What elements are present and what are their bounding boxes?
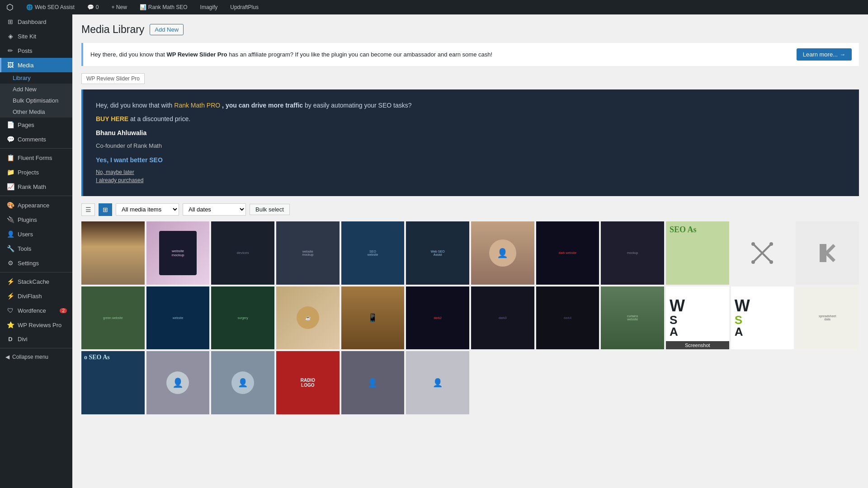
media-item-wsa-logo-green[interactable]: W S A — [731, 286, 794, 350]
media-item[interactable]: devices — [211, 221, 274, 285]
media-item[interactable]: dark3 — [471, 286, 534, 350]
buy-here-link[interactable]: BUY HERE — [96, 115, 128, 122]
sidebar-item-pages[interactable]: 📄 Pages — [0, 117, 72, 132]
media-item[interactable]: SEOwebsite — [341, 221, 405, 285]
media-item[interactable]: website — [146, 286, 210, 350]
notice-tab[interactable]: WP Review Slider Pro — [81, 73, 145, 84]
media-item[interactable]: 👤 — [146, 351, 210, 414]
diviflash-icon: ⚡ — [7, 292, 14, 300]
media-item[interactable]: 📱 — [341, 286, 405, 350]
stackcache-icon: ⚡ — [7, 278, 14, 285]
wp-logo[interactable]: ⬡ — [4, 0, 16, 14]
rankmath-pro-link[interactable]: Rank Math PRO — [174, 102, 220, 109]
media-item[interactable]: 👤 — [341, 351, 405, 414]
media-item[interactable]: spreadsheetdata — [796, 286, 859, 350]
media-item[interactable] — [81, 221, 145, 285]
collapse-menu-button[interactable]: ◀ Collapse menu — [0, 350, 72, 364]
sidebar-item-comments[interactable]: 💬 Comments — [0, 132, 72, 146]
promo-author-title: Co-founder of Rank Math — [96, 141, 846, 151]
media-item[interactable]: websitemockup — [276, 221, 340, 285]
view-list-button[interactable]: ☰ — [81, 203, 95, 216]
media-item[interactable]: RADIOLOGO — [276, 351, 340, 414]
media-item[interactable]: curtainswebsite — [601, 286, 664, 350]
sidebar-item-media[interactable]: 🖼 Media — [0, 58, 72, 72]
adminbar-site[interactable]: 🌐 Web SEO Assist — [24, 2, 77, 12]
sidebar-label-bulk-opt: Bulk Optimisation — [13, 97, 58, 104]
wp-review-notice: Hey there, did you know that WP Review S… — [81, 43, 859, 66]
media-item[interactable]: Web SEOAssist — [406, 221, 469, 285]
dashboard-icon: ⊞ — [7, 18, 14, 25]
sidebar-item-stackcache[interactable]: ⚡ StackCache — [0, 274, 72, 289]
comment-icon: 💬 — [87, 4, 94, 10]
view-grid-button[interactable]: ⊞ — [99, 203, 112, 216]
adminbar-new[interactable]: + New — [109, 2, 130, 12]
media-item[interactable]: mockup — [601, 221, 664, 285]
sidebar-label-comments: Comments — [18, 136, 46, 143]
media-item[interactable] — [731, 221, 794, 285]
sidebar-item-divi[interactable]: D Divi — [0, 332, 72, 346]
site-icon: 🌐 — [26, 4, 33, 10]
media-item[interactable] — [796, 221, 859, 285]
sidebar-item-posts[interactable]: ✏ Posts — [0, 43, 72, 58]
sidebar-item-wp-reviews-pro[interactable]: ⭐ WP Reviews Pro — [0, 318, 72, 332]
sidebar-item-fluent-forms[interactable]: 📋 Fluent Forms — [0, 150, 72, 165]
sidebar-item-appearance[interactable]: 🎨 Appearance — [0, 198, 72, 212]
sidebar-item-diviflash[interactable]: ⚡ DiviFlash — [0, 289, 72, 303]
main-content: Media Library Add New Hey there, did you… — [72, 14, 868, 488]
sidebar-label-settings: Settings — [18, 260, 39, 267]
sidebar-item-addnew-media[interactable]: Add New — [0, 84, 72, 95]
bulk-select-button[interactable]: Bulk select — [250, 204, 290, 215]
already-purchased-link[interactable]: I already purchased — [96, 177, 846, 183]
adminbar-rankmath[interactable]: 📊 Rank Math SEO — [137, 2, 190, 12]
sidebar-item-projects[interactable]: 📁 Projects — [0, 165, 72, 179]
media-item[interactable]: ☕ — [276, 286, 340, 350]
media-item[interactable]: SEO As — [666, 221, 729, 285]
media-item[interactable]: dark4 — [536, 286, 599, 350]
add-new-button[interactable]: Add New — [150, 24, 184, 35]
media-item[interactable]: websitemockup — [146, 221, 210, 285]
rank-math-icon: 📈 — [7, 183, 14, 190]
media-item-wsa-logo-dark[interactable]: W S A Screenshot — [666, 286, 729, 350]
sidebar-item-settings[interactable]: ⚙ Settings — [0, 256, 72, 270]
page-title: Media Library — [81, 23, 144, 36]
media-item[interactable]: o SEO As — [81, 351, 145, 414]
date-filter-select[interactable]: All dates January 2024 December 2023 — [183, 203, 246, 216]
adminbar-site-name: Web SEO Assist — [35, 4, 75, 10]
sidebar-item-bulk-opt[interactable]: Bulk Optimisation — [0, 95, 72, 106]
sidebar-item-wordfence[interactable]: 🛡 Wordfence 2 — [0, 303, 72, 318]
comments-icon: 💬 — [7, 136, 14, 143]
media-item[interactable]: dark website — [536, 221, 599, 285]
sidebar-item-other-media[interactable]: Other Media — [0, 106, 72, 117]
media-item[interactable]: 👤 — [406, 351, 469, 414]
plugins-icon: 🔌 — [7, 216, 14, 223]
promo-intro-text: Hey, did you know that with Rank Math PR… — [96, 100, 846, 110]
sidebar-label-wordfence: Wordfence — [18, 307, 46, 314]
list-view-icon: ☰ — [85, 206, 91, 213]
learn-more-button[interactable]: Learn more... → — [797, 48, 852, 61]
media-filter-select[interactable]: All media items Images Audio Video Docum… — [116, 203, 179, 216]
adminbar-comments[interactable]: 💬 0 — [85, 2, 102, 12]
sidebar-label-plugins: Plugins — [18, 216, 37, 223]
media-item[interactable]: green website — [81, 286, 145, 350]
adminbar-comment-count: 0 — [96, 4, 99, 10]
sidebar-item-dashboard[interactable]: ⊞ Dashboard — [0, 14, 72, 29]
media-item[interactable]: surgery — [211, 286, 274, 350]
sidebar-item-plugins[interactable]: 🔌 Plugins — [0, 212, 72, 227]
sidebar-item-library[interactable]: Library — [0, 72, 72, 84]
media-item[interactable]: dark2 — [406, 286, 469, 350]
adminbar-updraft[interactable]: UpdraftPlus — [227, 2, 261, 12]
sitekit-icon: ◈ — [7, 33, 14, 40]
sidebar-item-tools[interactable]: 🔧 Tools — [0, 241, 72, 256]
sidebar-item-users[interactable]: 👤 Users — [0, 227, 72, 241]
sidebar-label-sitekit: Site Kit — [18, 33, 36, 40]
media-item[interactable]: 👤 — [211, 351, 274, 414]
sidebar-label-fluent-forms: Fluent Forms — [18, 155, 52, 161]
yes-seo-link[interactable]: Yes, I want better SEO — [96, 156, 163, 164]
media-item[interactable]: 👤 — [471, 221, 534, 285]
sidebar-item-sitekit[interactable]: ◈ Site Kit — [0, 29, 72, 43]
sidebar-item-rank-math[interactable]: 📈 Rank Math — [0, 179, 72, 194]
sidebar-label-addnew-media: Add New — [13, 86, 37, 93]
no-maybe-link[interactable]: No, maybe later — [96, 169, 846, 175]
adminbar-imagify[interactable]: Imagify — [198, 2, 221, 12]
wordfence-icon: 🛡 — [7, 307, 14, 314]
